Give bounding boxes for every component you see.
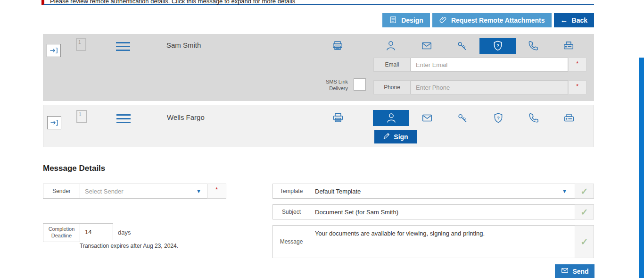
recipient-row-sam-smith: 1 Sam Smith ? Email * SMS Link Deli	[43, 34, 594, 101]
design-doc-icon	[389, 16, 397, 25]
drag-handle-icon[interactable]	[116, 114, 131, 126]
subject-valid-check-icon: ✓	[575, 204, 594, 219]
template-select-value: Default Template	[315, 188, 361, 195]
message-details-heading: Message Details	[43, 164, 105, 173]
send-button-label: Send	[572, 268, 588, 275]
email-delivery-icon[interactable]	[409, 110, 445, 126]
email-input[interactable]	[411, 58, 568, 72]
arrow-to-bracket-icon[interactable]	[47, 44, 61, 57]
printer-icon[interactable]	[330, 110, 346, 126]
document-count: 1	[79, 112, 82, 117]
svg-text:?: ?	[496, 43, 499, 48]
sms-link-delivery-label: SMS Link Delivery	[319, 78, 348, 92]
recipient-name: Sam Smith	[166, 41, 201, 49]
fax-icon[interactable]	[550, 38, 586, 54]
email-delivery-icon[interactable]	[408, 38, 445, 54]
sign-button[interactable]: Sign	[374, 130, 417, 143]
subject-label: Subject	[272, 204, 310, 219]
signer-person-icon[interactable]	[373, 110, 409, 126]
svg-text:?: ?	[497, 115, 500, 120]
shield-question-icon[interactable]: ?	[480, 110, 516, 126]
phone-field-label: Phone	[373, 80, 411, 94]
request-remote-attachments-label: Request Remote Attachments	[451, 17, 545, 24]
phone-input[interactable]	[411, 80, 568, 94]
sender-select[interactable]: Select Sender ▼	[80, 184, 207, 199]
document-count: 1	[78, 40, 81, 45]
key-icon[interactable]	[444, 38, 480, 54]
recipient-name: Wells Fargo	[167, 113, 205, 121]
template-select[interactable]: Default Template ▼	[310, 184, 575, 199]
back-arrow-icon: ←	[561, 17, 568, 24]
completion-deadline-input[interactable]	[80, 223, 113, 240]
document-count-icon[interactable]: 1	[76, 38, 86, 51]
toolbar: Design Request Remote Attachments ← Back	[382, 13, 594, 27]
subject-input[interactable]	[310, 204, 575, 219]
phone-auth-icon[interactable]	[515, 38, 551, 54]
sender-select-value: Select Sender	[85, 188, 124, 195]
send-envelope-icon	[561, 266, 569, 276]
request-remote-attachments-button[interactable]: Request Remote Attachments	[432, 13, 552, 27]
message-valid-check-icon: ✓	[575, 225, 594, 258]
email-required-marker: *	[568, 58, 586, 72]
drag-handle-icon[interactable]	[116, 42, 130, 53]
message-label: Message	[272, 225, 310, 258]
page: Please review remote authentication deta…	[0, 0, 644, 278]
phone-required-marker: *	[568, 80, 586, 94]
sms-link-delivery-checkbox[interactable]	[354, 78, 366, 91]
completion-deadline-label: Completion Deadline	[43, 223, 80, 242]
back-button-label: Back	[572, 17, 587, 24]
design-button-label: Design	[401, 17, 423, 24]
send-button[interactable]: Send	[555, 264, 594, 278]
sign-pen-icon	[383, 132, 390, 141]
printer-icon[interactable]	[330, 38, 346, 54]
dropdown-caret-icon: ▼	[196, 188, 201, 194]
shield-question-icon[interactable]: ?	[479, 38, 516, 54]
sender-label: Sender	[43, 184, 80, 199]
message-textarea[interactable]: Your documents are available for viewing…	[310, 225, 575, 258]
fax-icon[interactable]	[551, 110, 587, 126]
deadline-unit-label: days	[118, 229, 131, 236]
auth-notice-text: Please review remote authentication deta…	[50, 0, 295, 5]
sender-required-marker: *	[207, 184, 226, 199]
dropdown-caret-icon: ▼	[562, 188, 567, 194]
template-label: Template	[272, 184, 310, 199]
design-button[interactable]: Design	[382, 13, 430, 27]
expiration-note: Transaction expires after Aug 23, 2024.	[80, 243, 178, 249]
recipient-row-wells-fargo: 1 Wells Fargo ? Sig	[43, 105, 594, 147]
scrollbar[interactable]	[639, 58, 644, 278]
sign-button-label: Sign	[394, 133, 408, 141]
arrow-to-bracket-icon[interactable]	[47, 116, 61, 129]
template-valid-check-icon: ✓	[575, 184, 594, 199]
document-count-icon[interactable]: 1	[76, 110, 87, 123]
signer-person-icon[interactable]	[372, 38, 409, 54]
key-icon[interactable]	[444, 110, 480, 126]
email-field-label: Email	[373, 58, 411, 72]
phone-auth-icon[interactable]	[515, 110, 552, 126]
paperclip-icon	[439, 16, 447, 25]
auth-notice-bar[interactable]: Please review remote authentication deta…	[41, 0, 594, 5]
back-button[interactable]: ← Back	[554, 13, 594, 27]
